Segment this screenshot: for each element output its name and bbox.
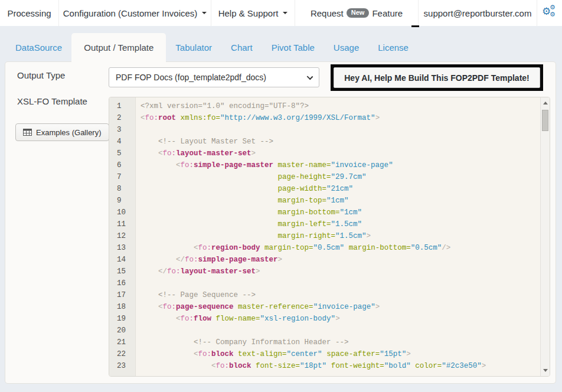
tab-chart[interactable]: Chart xyxy=(221,33,262,62)
line-number: 16 xyxy=(109,277,135,289)
tab-tabulator[interactable]: Tabulator xyxy=(166,33,221,62)
nav-item-label: Processing xyxy=(7,8,51,18)
code-line xyxy=(140,277,540,289)
line-number: 2 xyxy=(109,112,135,124)
line-number: 18 xyxy=(109,301,135,313)
line-number: 9 xyxy=(109,195,135,207)
scrollbar-thumb[interactable] xyxy=(542,110,548,131)
output-type-label: Output Type xyxy=(17,70,65,80)
code-line: <?xml version="1.0" encoding="UTF-8"?> xyxy=(140,100,540,112)
request-feature-post: Feature xyxy=(372,8,403,18)
tab-content-panel: Output Type PDF FOP Docs (fop_template2p… xyxy=(5,61,556,384)
line-number: 21 xyxy=(109,337,135,348)
tab-output-template[interactable]: Output / Template xyxy=(71,33,166,62)
scroll-down-icon[interactable] xyxy=(543,369,548,372)
tab-label: DataSource xyxy=(15,43,62,53)
code-line: <fo:page-sequence master-reference="invo… xyxy=(140,301,540,313)
tab-pivot-table[interactable]: Pivot Table xyxy=(262,33,324,62)
output-type-selected-value: PDF FOP Docs (fop_template2pdf_docs) xyxy=(116,73,266,82)
code-line: <fo:layout-master-set> xyxy=(140,148,540,159)
xslfo-template-label: XSL-FO Template xyxy=(17,96,87,106)
chevron-down-icon xyxy=(202,12,207,14)
tab-label: Chart xyxy=(231,43,253,53)
xslfo-code-editor[interactable]: 1234567891011121314151617181920212223 <?… xyxy=(109,97,550,377)
line-number: 22 xyxy=(109,348,135,360)
line-number: 10 xyxy=(109,207,135,218)
tab-usage[interactable]: Usage xyxy=(324,33,368,62)
code-line xyxy=(140,124,540,136)
examples-gallery-label: Examples (Gallery) xyxy=(36,128,102,137)
tab-label: Tabulator xyxy=(175,43,212,53)
line-number: 15 xyxy=(109,266,135,277)
line-number: 19 xyxy=(109,313,135,325)
line-number: 4 xyxy=(109,136,135,148)
code-line: margin-bottom="1cm" xyxy=(140,207,540,218)
nav-item-settings[interactable]: ⚙⚙⚙ xyxy=(537,0,562,26)
line-number: 13 xyxy=(109,242,135,254)
ai-button-highlight-frame: Hey AI, Help Me Build This FOP2PDF Templ… xyxy=(331,64,543,91)
support-email-label: support@reportburster.com xyxy=(424,8,532,18)
chevron-down-icon xyxy=(283,12,287,14)
app-window: Processing Configuration (Customer Invoi… xyxy=(0,0,562,392)
code-line: <!-- Company Information Header --> xyxy=(140,337,540,348)
new-badge: New xyxy=(347,8,370,18)
nav-item-request-feature[interactable]: Request New Feature xyxy=(295,0,419,26)
tab-label: License xyxy=(378,43,409,53)
text-cursor-mark xyxy=(411,25,419,27)
code-line: <fo:block text-align="center" space-afte… xyxy=(140,348,540,360)
code-line: <fo:simple-page-master master-name="invo… xyxy=(140,159,540,171)
code-line: margin-top="1cm" xyxy=(140,195,540,207)
nav-item-support-email[interactable]: support@reportburster.com xyxy=(419,0,537,26)
code-line: page-width="21cm" xyxy=(140,183,540,195)
line-number: 1 xyxy=(109,100,135,112)
code-line: margin-left="1.5cm" xyxy=(140,218,540,230)
line-number: 7 xyxy=(109,171,135,183)
code-line: <fo:flow flow-name="xsl-region-body"> xyxy=(140,313,540,325)
nav-item-configuration[interactable]: Configuration (Customer Invoices) xyxy=(59,0,211,26)
nav-item-processing[interactable]: Processing xyxy=(0,0,59,26)
code-line: <fo:block font-size="18pt" font-weight="… xyxy=(140,360,540,372)
editor-scrollbar[interactable] xyxy=(540,97,550,376)
nav-item-help-support[interactable]: Help & Support xyxy=(211,0,295,26)
line-number: 20 xyxy=(109,325,135,337)
line-number: 17 xyxy=(109,289,135,301)
line-number: 11 xyxy=(109,218,135,230)
request-feature-pre: Request xyxy=(311,8,344,18)
tab-datasource[interactable]: DataSource xyxy=(6,33,71,62)
nav-item-label: Help & Support xyxy=(218,8,279,18)
table-icon xyxy=(23,129,32,136)
line-number: 23 xyxy=(109,360,135,372)
output-type-select[interactable]: PDF FOP Docs (fop_template2pdf_docs) xyxy=(109,67,319,87)
line-number: 5 xyxy=(109,148,135,159)
code-line: page-height="29.7cm" xyxy=(140,171,540,183)
tab-bar: DataSource Output / Template Tabulator C… xyxy=(6,33,418,62)
nav-item-label: Configuration (Customer Invoices) xyxy=(63,8,198,18)
line-number: 12 xyxy=(109,230,135,242)
ai-help-build-template-button[interactable]: Hey AI, Help Me Build This FOP2PDF Templ… xyxy=(334,67,540,88)
line-number: 6 xyxy=(109,159,135,171)
editor-gutter: 1234567891011121314151617181920212223 xyxy=(109,97,136,376)
tab-license[interactable]: License xyxy=(368,33,418,62)
code-line: <fo:root xmlns:fo="http://www.w3.org/199… xyxy=(140,112,540,124)
line-number: 8 xyxy=(109,183,135,195)
code-line xyxy=(140,325,540,337)
code-line: <fo:region-body margin-top="0.5cm" margi… xyxy=(140,242,540,254)
code-line: <!-- Page Sequence --> xyxy=(140,289,540,301)
cogs-icon: ⚙⚙⚙ xyxy=(542,5,557,21)
tab-label: Output / Template xyxy=(84,43,153,53)
code-line: margin-right="1.5cm"> xyxy=(140,230,540,242)
code-line: </fo:simple-page-master> xyxy=(140,254,540,266)
code-line: </fo:layout-master-set> xyxy=(140,266,540,277)
line-number: 3 xyxy=(109,124,135,136)
tab-label: Pivot Table xyxy=(272,43,315,53)
top-navbar: Processing Configuration (Customer Invoi… xyxy=(0,0,562,26)
code-line: <!-- Layout Master Set --> xyxy=(140,136,540,148)
scroll-up-icon[interactable] xyxy=(543,102,548,104)
tab-label: Usage xyxy=(334,43,359,53)
chevron-down-icon xyxy=(307,74,313,80)
examples-gallery-button[interactable]: Examples (Gallery) xyxy=(15,123,109,141)
line-number: 14 xyxy=(109,254,135,266)
editor-code[interactable]: <?xml version="1.0" encoding="UTF-8"?><f… xyxy=(136,97,540,376)
